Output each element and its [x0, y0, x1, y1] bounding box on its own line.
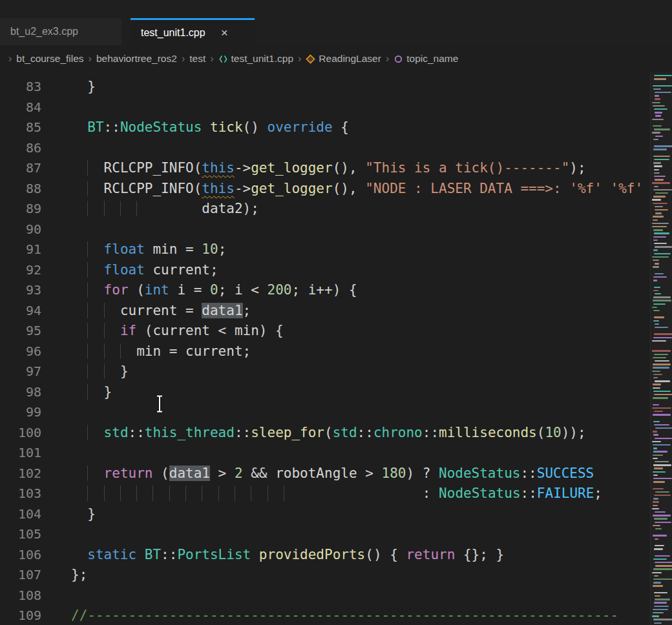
minimap-line [653, 447, 657, 449]
code-text: std::this_thread::sleep_for(std::chrono:… [71, 423, 586, 444]
breadcrumb-item-readinglaser[interactable]: ReadingLaser [306, 53, 381, 65]
minimap-line [655, 273, 664, 274]
code-token: ( [152, 466, 169, 481]
code-token: "This is a tick()-------" [365, 160, 569, 176]
breadcrumb-item-behaviortree-ros2[interactable]: behaviortree_ros2 [96, 53, 177, 65]
code-token: return [406, 547, 455, 562]
minimap-line [652, 441, 661, 442]
code-token: NodeStatus [439, 486, 520, 501]
minimap-line [653, 458, 658, 459]
code-line[interactable]: 104 } [0, 504, 650, 525]
breadcrumb-label: bt_course_files [16, 53, 83, 65]
minimap-line [652, 256, 669, 258]
line-number: 84 [0, 97, 41, 118]
code-line[interactable]: 109//-----------------------------------… [0, 606, 650, 625]
code-token: (), [333, 160, 366, 176]
file-code-icon [218, 54, 228, 64]
code-area[interactable]: 83 }8485 BT::NodeStatus tick() override … [0, 72, 650, 625]
code-token: float [104, 241, 145, 257]
breadcrumb-item-test-unit1-cpp[interactable]: test_unit1.cpp [218, 53, 294, 65]
code-line[interactable]: 94 current = data1; [0, 301, 650, 322]
minimap-line [654, 78, 666, 79]
code-line[interactable]: 93 for (int i = 0; i < 200; i++) { [0, 280, 650, 301]
code-line[interactable]: 99 [0, 402, 650, 423]
code-line[interactable]: 108 [0, 586, 650, 606]
minimap-line [652, 340, 666, 342]
minimap-line [653, 216, 664, 217]
code-token: NodeStatus [439, 466, 520, 481]
minimap-line [653, 434, 658, 435]
code-editor[interactable]: 83 }8485 BT::NodeStatus tick() override … [0, 72, 672, 625]
code-token: RCLCPP_INFO( [104, 160, 202, 176]
line-number: 88 [0, 179, 41, 200]
field-icon [394, 54, 403, 64]
code-line[interactable]: 85 BT::NodeStatus tick() override { [0, 118, 650, 138]
minimap-line [653, 229, 663, 231]
tab-label: bt_u2_ex3.cpp [10, 26, 78, 37]
code-line[interactable]: 90 [0, 220, 650, 240]
code-line[interactable]: 102 return (data1 > 2 && robotAngle > 18… [0, 464, 650, 484]
code-line[interactable]: 106 static BT::PortsList providedPorts()… [0, 545, 650, 566]
tab-test_unit1[interactable]: test_unit1.cpp × [131, 18, 255, 45]
code-line[interactable]: 83 } [0, 77, 650, 97]
minimap-line [655, 380, 670, 382]
minimap-line [653, 488, 663, 489]
code-line[interactable]: 100 std::this_thread::sleep_for(std::chr… [0, 423, 650, 444]
minimap[interactable] [650, 72, 672, 625]
code-line[interactable]: 87 RCLCPP_INFO(this->get_logger(), "This… [0, 158, 650, 179]
code-line[interactable]: 91 float min = 10; [0, 240, 650, 260]
minimap-line [654, 186, 659, 187]
minimap-line [653, 357, 666, 358]
minimap-line [653, 619, 672, 620]
minimap-line [654, 424, 669, 425]
code-line[interactable]: 95 if (current < min) { [0, 321, 650, 342]
code-token: sleep_for [251, 425, 324, 440]
indent-guide-icon [87, 384, 103, 400]
minimap-line [653, 421, 660, 422]
code-line[interactable]: 97 } [0, 362, 650, 382]
code-token: data2); [202, 201, 259, 216]
code-token: PortsList [177, 547, 251, 562]
line-number: 99 [0, 402, 41, 423]
minimap-line [654, 333, 672, 334]
minimap-line [655, 263, 660, 264]
code-line[interactable]: 105 [0, 524, 650, 545]
code-token: } [87, 506, 96, 522]
indent-guide-icon [104, 486, 120, 501]
minimap-line [653, 431, 657, 432]
code-line[interactable]: 107}; [0, 565, 650, 586]
code-token: 0 [210, 282, 218, 298]
breadcrumb-item-bt-course-files[interactable]: bt_course_files [16, 53, 83, 65]
indent-guide-icon [120, 486, 136, 501]
code-line[interactable]: 88 RCLCPP_INFO(this->get_logger(), "NODE… [0, 179, 650, 200]
code-text: RCLCPP_INFO(this->get_logger(), "This is… [71, 158, 586, 179]
minimap-line [653, 505, 658, 506]
tab-bt_u2_ex3[interactable]: bt_u2_ex3.cpp [0, 18, 121, 45]
code-line[interactable]: 98 } [0, 382, 650, 403]
code-token: () { [365, 547, 406, 562]
code-line[interactable]: 89 data2); [0, 199, 650, 220]
breadcrumb-item-topic-name[interactable]: topic_name [394, 53, 458, 65]
minimap-line [654, 172, 660, 174]
minimap-line [655, 293, 661, 294]
code-line[interactable]: 103 : NodeStatus::FAILURE; [0, 484, 650, 504]
minimap-line [652, 102, 660, 103]
code-token: SUCCESS [537, 466, 594, 481]
code-line[interactable]: 92 float current; [0, 260, 650, 281]
code-line[interactable]: 84 [0, 97, 650, 118]
close-tab-icon[interactable]: × [221, 26, 228, 39]
minimap-line [654, 232, 669, 234]
code-line[interactable]: 86 [0, 138, 650, 159]
code-text: min = current; [71, 342, 251, 362]
minimap-line [655, 112, 662, 113]
minimap-line [653, 515, 671, 516]
minimap-line [655, 427, 672, 429]
code-line[interactable]: 101 [0, 443, 650, 464]
minimap-line [653, 585, 663, 586]
minimap-line [652, 350, 670, 351]
minimap-line [654, 495, 671, 496]
breadcrumb-item-test[interactable]: test [189, 53, 205, 65]
code-line[interactable]: 96 min = current; [0, 342, 650, 362]
minimap-line [653, 579, 672, 580]
code-token: } [104, 384, 112, 400]
